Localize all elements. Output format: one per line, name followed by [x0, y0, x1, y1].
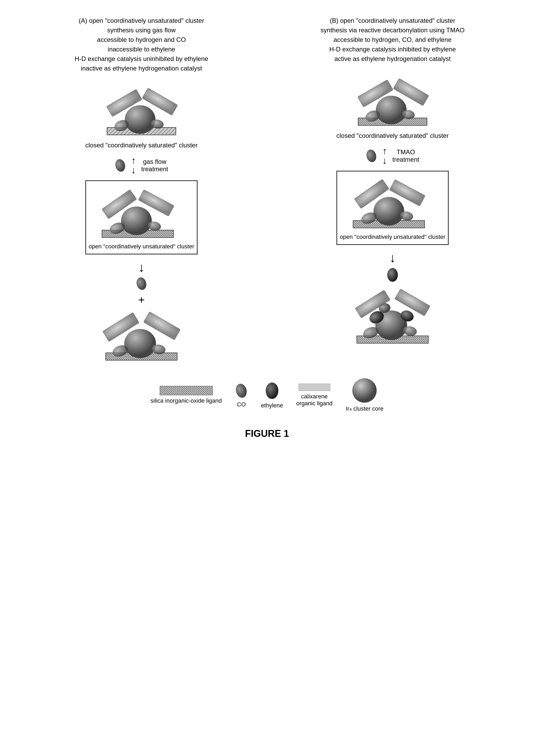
svg-point-1 — [125, 105, 156, 134]
co-icon-b — [366, 149, 377, 163]
open-cluster-b — [340, 174, 438, 232]
legend-ir4: Ir₄ cluster core — [346, 378, 383, 412]
down-arrow-a: ↓ — [138, 261, 145, 274]
column-b: (B) open "coordinatively unsaturated" cl… — [272, 16, 513, 365]
legend-calix: calixarene organic ligand — [296, 384, 332, 407]
dissociation-section-a: ↓ + — [91, 260, 192, 365]
open-cluster-b-caption: open "coordinatively unsaturated" cluste… — [340, 233, 445, 240]
svg-rect-65 — [298, 384, 330, 391]
plus-sign-a: + — [138, 294, 145, 307]
open-cluster-a-box: open "coordinatively unsaturated" cluste… — [85, 180, 198, 255]
calix-label: calixarene organic ligand — [296, 393, 332, 407]
legend-ethylene: ethylene — [261, 381, 283, 409]
svg-rect-60 — [160, 386, 213, 395]
svg-point-32 — [376, 96, 407, 124]
open-cluster-a — [89, 184, 187, 242]
legend-silica: silica inorganic-oxide ligand — [150, 386, 222, 404]
double-arrow-b: ↑ ↓ — [382, 146, 387, 165]
open-cluster-b-bottom — [342, 285, 443, 349]
treatment-label-b: TMAO treatment — [392, 148, 419, 163]
svg-point-62 — [266, 383, 278, 399]
svg-point-20 — [136, 277, 147, 291]
two-column-layout: (A) open "coordinatively unsaturated" cl… — [21, 16, 513, 365]
floating-ethylene-b — [386, 267, 399, 283]
svg-rect-55 — [395, 289, 430, 316]
closed-cluster-b-caption: closed "coordinatively saturated" cluste… — [336, 132, 449, 139]
svg-point-37 — [366, 149, 377, 163]
svg-point-11 — [115, 158, 126, 173]
calix-legend-icon — [298, 384, 330, 391]
double-arrow-a: ↑ ↓ — [131, 156, 136, 175]
header-b: (B) open "coordinatively unsaturated" cl… — [320, 16, 465, 64]
legend-co: CO — [235, 383, 248, 408]
arrow-section-b: ↑ ↓ TMAO treatment — [366, 146, 419, 165]
arrow-section-a: ↑ ↓ gas flow treatment — [115, 156, 168, 175]
co-legend-icon — [235, 383, 248, 399]
dissociation-section-b: ↓ — [342, 250, 443, 349]
co-label: CO — [237, 401, 246, 408]
ir-label: Ir₄ cluster core — [346, 405, 383, 412]
closed-cluster-a — [91, 81, 192, 139]
svg-point-61 — [235, 383, 248, 399]
svg-point-66 — [352, 378, 377, 403]
page: (A) open "coordinatively unsaturated" cl… — [0, 0, 534, 756]
silica-bar-icon — [160, 386, 213, 395]
svg-point-41 — [373, 197, 404, 226]
open-cluster-a-bottom — [91, 309, 192, 365]
column-a: (A) open "coordinatively unsaturated" cl… — [21, 16, 262, 365]
silica-label: silica inorganic-oxide ligand — [150, 397, 222, 404]
ethylene-legend-icon — [265, 381, 279, 400]
open-cluster-a-caption: open "coordinatively unsaturated" cluste… — [89, 243, 194, 250]
co-icon-a — [115, 158, 126, 173]
ethylene-label: ethylene — [261, 402, 283, 409]
svg-point-46 — [387, 268, 398, 282]
svg-point-24 — [124, 329, 156, 358]
closed-cluster-b — [342, 71, 443, 130]
ir-legend-icon — [352, 378, 377, 403]
open-cluster-b-box: open "coordinatively unsaturated" cluste… — [336, 171, 449, 245]
legend-section: silica inorganic-oxide ligand CO — [21, 378, 513, 412]
treatment-label-a: gas flow treatment — [141, 158, 168, 173]
closed-cluster-a-caption: closed "coordinatively saturated" cluste… — [85, 142, 198, 149]
header-a: (A) open "coordinatively unsaturated" cl… — [75, 16, 208, 73]
svg-point-15 — [121, 206, 152, 235]
figure-label: FIGURE 1 — [21, 428, 513, 439]
down-arrow-b: ↓ — [389, 252, 396, 264]
floating-co-a — [136, 277, 147, 291]
